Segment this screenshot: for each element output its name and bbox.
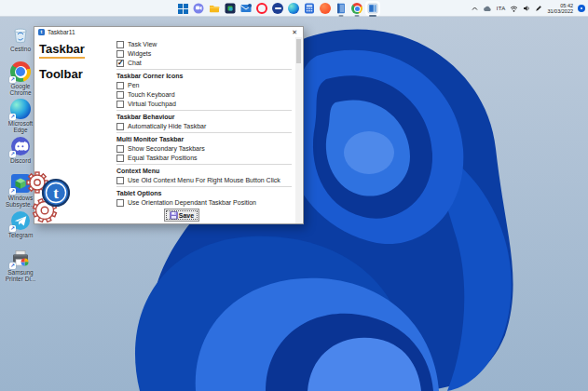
close-button[interactable]: ✕ [290,29,299,36]
checkbox[interactable] [116,199,124,207]
active-indicator [369,15,376,17]
checkbox[interactable] [116,101,124,108]
dialog-body: Taskbar Toolbar Task View Widgets [34,37,303,223]
scrollbar[interactable] [295,37,302,223]
save-button[interactable]: Save [164,209,199,222]
dialog-content: Task View Widgets Chat Taskbar Corner Ic… [116,37,303,223]
checkbox[interactable] [116,50,124,58]
section-header: Context Menu [116,168,292,175]
shortcut-arrow-icon: ↗ [9,263,16,269]
desktop-icon-label: Cestino [10,46,31,52]
checkbox[interactable] [116,177,124,184]
dialog-nav: Taskbar Toolbar [34,37,116,223]
discord-icon: ↗ [10,136,31,156]
checkbox-row-touch-keyboard[interactable]: Touch Keyboard [116,91,292,99]
taskbar11-window: t Taskbar11 ✕ Taskbar Toolbar Task View [34,26,304,224]
file-explorer-icon[interactable] [209,3,220,14]
clock[interactable]: 05:42 31/03/2022 [547,3,573,14]
checkbox[interactable] [116,82,124,89]
scrollbar-thumb[interactable] [296,39,301,63]
taskbar11-app-icon[interactable] [367,3,378,14]
checkbox[interactable] [116,123,124,130]
running-indicator [339,15,344,17]
checkbox-row-equal-positions[interactable]: Equal Taskbar Positions [116,155,292,162]
photos-icon[interactable] [225,3,236,14]
opera-icon[interactable] [256,3,267,14]
windows-subsystem-icon: ↗ [10,173,31,194]
edge-icon[interactable] [288,3,299,14]
checkbox-row-widgets[interactable]: Widgets [116,50,292,58]
checkbox-label: Show Secondary Taskbars [128,145,205,153]
signal-icon[interactable] [272,3,283,14]
printer-icon: ↗ [10,248,31,268]
tray-date: 31/03/2022 [547,8,573,14]
notification-badge[interactable] [578,5,585,12]
floppy-disk-icon [170,211,178,220]
desktop-icon-label: Discord [10,157,31,164]
section-header: Taskbar Corner Icons [116,73,292,80]
volume-icon[interactable] [523,5,530,12]
notes-icon[interactable] [335,3,347,14]
nav-tab-label: Taskbar [39,42,85,59]
nav-tab-label: Toolbar [39,67,83,82]
checkbox-row-old-context-menu[interactable]: Use Old Context Menu For Right Mouse But… [116,177,292,184]
checkbox[interactable] [116,41,124,48]
teams-chat-icon[interactable] [193,3,204,14]
checkbox[interactable] [116,60,124,67]
title-bar[interactable]: t Taskbar11 ✕ [34,27,303,37]
checkbox[interactable] [116,155,124,162]
shortcut-arrow-icon: ↗ [9,151,16,157]
taskbar-center-icons [177,0,378,17]
separator [116,186,292,187]
checkbox-row-pen[interactable]: Pen [116,82,292,89]
telegram-icon: ↗ [10,210,31,231]
checkbox[interactable] [116,145,124,153]
shortcut-arrow-icon: ↗ [9,188,16,195]
checkbox-label: Automatically Hide Taskbar [128,123,206,130]
checkbox-label: Pen [128,82,139,89]
window-title: Taskbar11 [48,29,75,35]
chevron-up-icon[interactable] [472,7,478,11]
save-button-label: Save [179,212,194,219]
start-button-icon[interactable] [177,3,188,14]
pen-icon[interactable] [535,5,542,12]
checkbox-row-virtual-touchpad[interactable]: Virtual Touchpad [116,101,292,108]
checkbox-label: Virtual Touchpad [128,101,176,108]
checkbox-label: Chat [128,60,142,67]
desktop-icon-label: Telegram [8,232,34,238]
system-tray: ITA 05:42 31/03/2022 [472,0,585,17]
checkbox-row-task-view[interactable]: Task View [116,41,292,48]
checkbox-row-chat[interactable]: Chat [116,60,292,67]
onedrive-icon[interactable] [483,6,492,12]
taskbar11-app-icon-small: t [38,29,45,35]
shortcut-arrow-icon: ↗ [9,76,16,83]
separator [116,69,292,70]
mail-icon[interactable] [240,3,252,14]
recycle-bin-icon [10,24,31,45]
desktop-screen: Cestino ↗ Google Chrome ↗ Microsoft Edge [0,0,588,391]
section-header: Tablet Options [116,190,292,197]
checkbox-row-secondary-taskbars[interactable]: Show Secondary Taskbars [116,145,292,153]
wifi-icon[interactable] [510,6,518,12]
section-header: Multi Monitor Taskbar [116,136,292,143]
checkbox[interactable] [116,91,124,99]
checkbox-label: Widgets [128,50,151,58]
running-indicator [355,15,360,17]
nav-tab-toolbar[interactable]: Toolbar [39,67,116,82]
shortcut-arrow-icon: ↗ [9,114,16,120]
section-header: Taskbar Behaviour [116,114,292,121]
checkbox-row-auto-hide[interactable]: Automatically Hide Taskbar [116,123,292,130]
brave-icon[interactable] [320,3,331,14]
taskbar: ITA 05:42 31/03/2022 [0,0,588,17]
calculator-icon[interactable] [304,3,315,14]
separator [116,110,292,111]
desktop-icon-samsung-printer[interactable]: ↗ Samsung Printer Di... [2,248,39,279]
separator [116,164,292,165]
nav-tab-taskbar[interactable]: Taskbar [39,42,116,59]
checkbox-row-orientation-dependant[interactable]: Use Orientation Dependant Taskbar Positi… [116,199,292,207]
desktop-icon-label: Samsung Printer Di... [2,269,39,282]
checkbox-label: Task View [128,41,157,48]
language-indicator[interactable]: ITA [497,6,506,11]
chrome-icon[interactable] [351,3,362,14]
shortcut-arrow-icon: ↗ [9,225,16,232]
